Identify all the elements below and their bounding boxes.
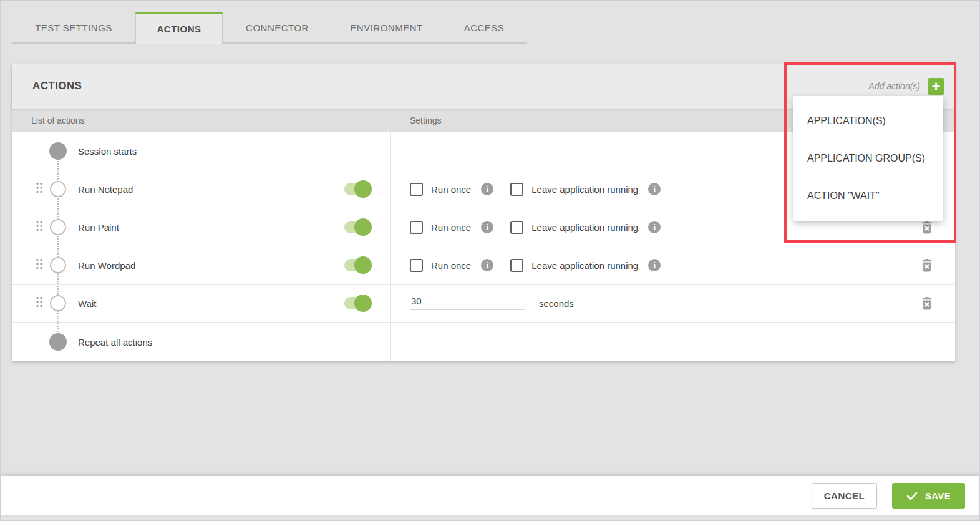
action-node-icon xyxy=(50,257,66,273)
info-icon[interactable]: i xyxy=(481,221,493,233)
menu-item-applications[interactable]: APPLICATION(S) xyxy=(793,102,943,140)
add-action-menu: APPLICATION(S) APPLICATION GROUP(S) ACTI… xyxy=(793,96,943,221)
tab-connector[interactable]: CONNECTOR xyxy=(223,12,332,42)
info-icon[interactable]: i xyxy=(648,259,661,271)
info-icon[interactable]: i xyxy=(648,221,661,233)
cancel-button[interactable]: CANCEL xyxy=(812,483,877,509)
menu-item-action-wait[interactable]: ACTION "WAIT" xyxy=(793,177,943,215)
info-icon[interactable]: i xyxy=(481,183,493,195)
plus-icon: + xyxy=(931,79,940,94)
toggle-knob xyxy=(354,218,372,236)
action-label: Repeat all actions xyxy=(78,336,152,347)
footer-bar: CANCEL SAVE xyxy=(1,476,979,515)
action-node-icon xyxy=(50,219,66,235)
info-icon[interactable]: i xyxy=(481,259,493,271)
info-icon[interactable]: i xyxy=(648,183,661,195)
tab-actions[interactable]: ACTIONS xyxy=(135,12,223,44)
toggle-knob xyxy=(354,180,372,198)
drag-handle-icon[interactable] xyxy=(36,182,43,197)
add-action-label: Add action(s) xyxy=(869,81,920,91)
drag-handle-icon[interactable] xyxy=(36,258,43,273)
table-row-repeat-all-actions: Repeat all actions xyxy=(12,323,955,361)
action-node-icon xyxy=(50,181,66,197)
action-label: Session starts xyxy=(78,146,137,157)
settings-cell: Run once i Leave application running i xyxy=(410,246,924,284)
enabled-toggle[interactable] xyxy=(344,259,368,271)
add-action-button[interactable]: + xyxy=(928,78,944,95)
leave-running-label: Leave application running xyxy=(531,260,638,271)
panel-title: ACTIONS xyxy=(32,80,82,92)
leave-running-checkbox[interactable] xyxy=(510,259,523,272)
save-button-label: SAVE xyxy=(925,490,951,501)
enabled-toggle[interactable] xyxy=(344,221,368,233)
trash-icon[interactable] xyxy=(920,258,934,273)
milestone-dot-icon xyxy=(49,142,67,160)
run-once-label: Run once xyxy=(431,222,471,233)
action-label: Wait xyxy=(78,298,96,309)
trash-icon[interactable] xyxy=(920,296,934,311)
drag-handle-icon[interactable] xyxy=(36,220,43,235)
run-once-checkbox[interactable] xyxy=(410,183,423,196)
run-once-checkbox[interactable] xyxy=(410,259,423,272)
leave-running-checkbox[interactable] xyxy=(510,221,523,234)
milestone-dot-icon xyxy=(49,333,67,351)
leave-running-label: Leave application running xyxy=(531,222,638,233)
action-label: Run Paint xyxy=(78,222,119,233)
run-once-label: Run once xyxy=(431,184,471,195)
run-once-label: Run once xyxy=(431,260,471,271)
leave-running-checkbox[interactable] xyxy=(510,183,523,196)
toggle-knob xyxy=(354,256,372,274)
check-icon xyxy=(906,492,918,500)
action-node-icon xyxy=(50,295,66,311)
test-configuration-screen: TEST SETTINGS ACTIONS CONNECTOR ENVIRONM… xyxy=(0,0,980,521)
wait-unit-label: seconds xyxy=(539,298,574,309)
tab-environment[interactable]: ENVIRONMENT xyxy=(332,12,441,42)
drag-handle-icon[interactable] xyxy=(36,296,43,311)
action-label: Run Wordpad xyxy=(78,260,135,271)
tab-access[interactable]: ACCESS xyxy=(441,12,527,42)
menu-item-application-groups[interactable]: APPLICATION GROUP(S) xyxy=(793,140,943,177)
tab-test-settings[interactable]: TEST SETTINGS xyxy=(12,12,135,42)
tab-bar: TEST SETTINGS ACTIONS CONNECTOR ENVIRONM… xyxy=(12,12,527,44)
table-row-run-wordpad: Run Wordpad Run once i Leave application… xyxy=(12,246,955,285)
leave-running-label: Leave application running xyxy=(531,184,638,195)
column-list-of-actions: List of actions xyxy=(12,115,85,125)
table-row-wait: Wait seconds xyxy=(12,285,955,323)
run-once-checkbox[interactable] xyxy=(410,221,423,234)
toggle-knob xyxy=(354,295,372,312)
wait-seconds-input[interactable] xyxy=(410,293,525,309)
add-action-area: Add action(s) + xyxy=(869,78,944,95)
trash-icon[interactable] xyxy=(920,220,934,235)
column-settings: Settings xyxy=(410,115,442,125)
action-label: Run Notepad xyxy=(78,184,133,195)
enabled-toggle[interactable] xyxy=(344,297,368,309)
enabled-toggle[interactable] xyxy=(344,183,368,195)
save-button[interactable]: SAVE xyxy=(892,483,965,509)
